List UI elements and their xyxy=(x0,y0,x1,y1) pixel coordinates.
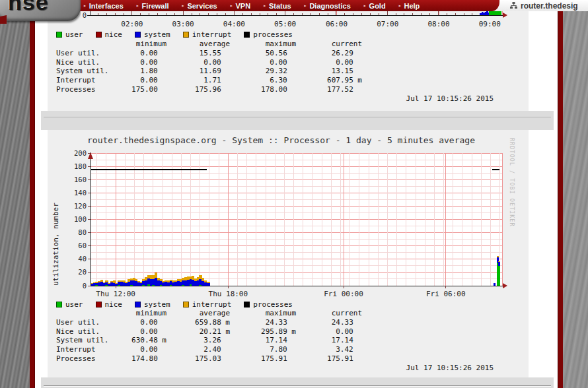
svg-text:08:00: 08:00 xyxy=(427,20,449,28)
svg-text:06:00: 06:00 xyxy=(326,20,348,28)
stats-row: Processes175.00 175.96 178.00 177.52 xyxy=(56,85,362,94)
col-header-maximum: maximum xyxy=(230,40,296,49)
svg-text:100: 100 xyxy=(74,215,87,223)
svg-text:60: 60 xyxy=(78,242,87,249)
svg-text:04:00: 04:00 xyxy=(223,20,245,28)
stats-header-row: minimum average maximum current xyxy=(56,40,362,49)
menu-arrow-icon: ▸ xyxy=(136,3,139,9)
svg-text:Thu 12:00: Thu 12:00 xyxy=(96,290,135,298)
legend-label-nice: nice xyxy=(105,300,123,309)
legend-label-system: system xyxy=(144,30,170,39)
menu-arrow-icon: ▸ xyxy=(363,3,367,9)
legend-swatch-nice xyxy=(96,302,102,307)
legend-swatch-system xyxy=(135,302,141,307)
nav-item-help[interactable]: ▸Help xyxy=(398,2,420,10)
legend-label-interrupt: interrupt xyxy=(192,300,232,309)
svg-text:40: 40 xyxy=(78,255,87,263)
stats-row: Nice util.0.00 20.21 m295.89 m0.00 xyxy=(56,327,362,337)
logo-text: nse xyxy=(8,0,49,15)
stats-row: Interrupt0.00 2.40 7.80 3.42 xyxy=(56,345,362,354)
menu-arrow-icon: ▸ xyxy=(230,3,233,9)
hostname-label: router.thedesig xyxy=(521,1,578,11)
separator-line xyxy=(44,117,551,118)
nav-item-gold[interactable]: ▸Gold xyxy=(363,2,386,10)
graph-timestamp: Jul 17 10:15:26 2015 xyxy=(406,94,494,103)
nav-item-status[interactable]: ▸Status xyxy=(263,2,291,10)
legend-swatch-nice xyxy=(96,32,102,38)
svg-text:20: 20 xyxy=(78,268,87,276)
legend-label-user: user xyxy=(65,30,83,39)
svg-text:80: 80 xyxy=(78,228,87,236)
legend-swatch-interrupt xyxy=(183,32,189,38)
legend-label-interrupt: interrupt xyxy=(192,30,232,39)
left-texture-strip xyxy=(0,0,30,388)
stats-row: Interrupt0.00 1.71 6.30 607.95 m xyxy=(56,76,362,85)
stats-row: System util.1.80 11.69 29.32 13.15 xyxy=(56,67,362,76)
hostname-icon xyxy=(510,2,517,9)
col-header-current: current xyxy=(296,309,362,318)
legend-swatch-user xyxy=(56,32,62,38)
left-red-border xyxy=(30,0,35,388)
pfsense-logo[interactable]: nse xyxy=(0,0,81,24)
svg-text:180: 180 xyxy=(74,162,87,170)
svg-text:0: 0 xyxy=(83,282,87,290)
svg-text:09:00: 09:00 xyxy=(479,20,501,28)
hostname-tab[interactable]: router.thedesig xyxy=(492,0,588,11)
svg-text:Fri 00:00: Fri 00:00 xyxy=(324,290,363,298)
stats-row: User util.0.00 15.55 50.56 26.29 xyxy=(56,49,362,58)
legend-label-user: user xyxy=(65,300,83,309)
svg-text:160: 160 xyxy=(74,176,87,183)
col-header-maximum: maximum xyxy=(230,309,296,318)
graph-legend: user nice system interrupt processes xyxy=(56,30,293,39)
legend-swatch-processes xyxy=(244,302,250,307)
legend-swatch-interrupt xyxy=(183,302,189,307)
legend-label-nice: nice xyxy=(105,30,123,39)
svg-text:02:00: 02:00 xyxy=(121,20,143,28)
col-header-minimum: minimum xyxy=(122,40,166,49)
legend-label-processes: processes xyxy=(253,300,293,309)
menu-arrow-icon: ▸ xyxy=(83,3,87,9)
svg-text:120: 120 xyxy=(74,202,87,210)
col-header-average: average xyxy=(166,309,230,318)
legend-label-system: system xyxy=(144,300,170,309)
svg-text:0: 0 xyxy=(83,11,87,19)
stats-table: minimum average maximum current User uti… xyxy=(56,40,362,94)
legend-swatch-user xyxy=(56,302,62,307)
rrd-graph-panel-day: router.thedesignspace.org - System :: Pr… xyxy=(48,130,529,377)
pfsense-rrd-page: 002:0003:0004:0005:0006:0007:0008:0009:0… xyxy=(0,0,588,388)
graph-legend: user nice system interrupt processes xyxy=(56,300,293,309)
svg-text:140: 140 xyxy=(74,189,87,197)
stats-row: User util.0.00 659.88 m24.33 24.33 xyxy=(56,318,362,327)
menu-arrow-icon: ▸ xyxy=(182,3,185,9)
panel-gap xyxy=(41,111,554,130)
stats-row: Processes174.80 175.03 175.91 175.91 xyxy=(56,354,362,364)
right-red-border xyxy=(558,0,563,388)
svg-text:Thu 18:00: Thu 18:00 xyxy=(209,290,248,298)
legend-swatch-processes xyxy=(244,32,250,38)
col-header-average: average xyxy=(166,40,230,49)
graph-timestamp: Jul 17 10:15:26 2015 xyxy=(406,364,494,372)
rrd-graph-panel-top: 002:0003:0004:0005:0006:0007:0008:0009:0… xyxy=(48,0,529,111)
svg-text:05:00: 05:00 xyxy=(274,20,296,28)
col-header-current: current xyxy=(296,40,362,49)
svg-text:Fri 06:00: Fri 06:00 xyxy=(426,290,466,298)
nav-item-diagnostics[interactable]: ▸Diagnostics xyxy=(304,2,351,10)
svg-text:03:00: 03:00 xyxy=(172,20,194,28)
stats-header-row: minimum average maximum current xyxy=(56,309,362,318)
nav-item-firewall[interactable]: ▸Firewall xyxy=(136,2,169,10)
menu-arrow-icon: ▸ xyxy=(263,3,266,9)
nav-item-interfaces[interactable]: ▸Interfaces xyxy=(83,2,124,10)
nav-item-vpn[interactable]: ▸VPN xyxy=(230,2,250,10)
processor-day-graph: 020406080100120140160180200Thu 12:00Thu … xyxy=(48,130,529,299)
stats-row: Nice util.0.00 0.00 0.00 0.00 xyxy=(56,58,362,67)
stats-table: minimum average maximum current User uti… xyxy=(56,309,362,364)
right-texture-strip xyxy=(563,0,588,388)
menu-arrow-icon: ▸ xyxy=(398,3,402,9)
legend-label-processes: processes xyxy=(253,30,293,39)
svg-text:200: 200 xyxy=(74,149,87,157)
logo-red-accent xyxy=(0,15,7,24)
svg-text:07:00: 07:00 xyxy=(377,20,398,28)
stats-row: System util.630.48 m3.26 17.14 17.14 xyxy=(56,336,362,345)
nav-item-services[interactable]: ▸Services xyxy=(182,2,217,10)
separator-line xyxy=(44,385,551,387)
